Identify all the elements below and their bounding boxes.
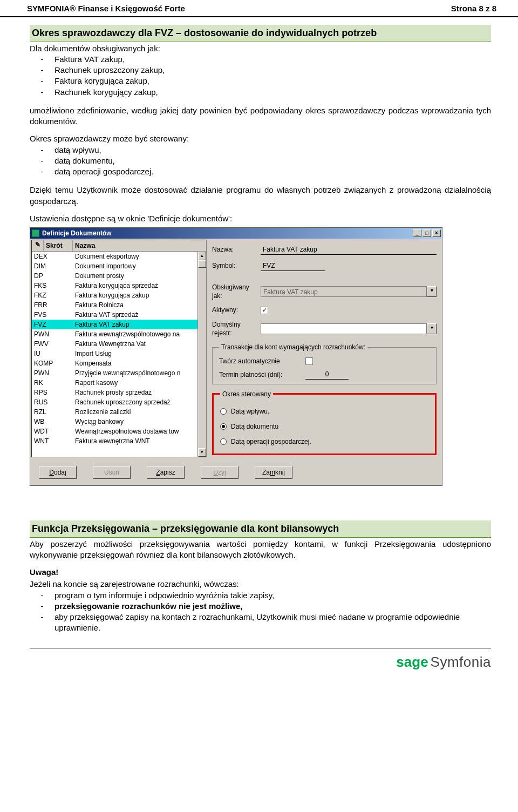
- section1-p3: Dzięki temu Użytkownik może dostosować d…: [30, 185, 491, 207]
- row-short: DP: [32, 271, 73, 281]
- period-legend: Okres sterowany: [220, 390, 273, 398]
- table-row[interactable]: FVSFaktura VAT sprzedaż: [32, 310, 206, 320]
- page-number: Strona 8 z 8: [451, 3, 496, 14]
- maximize-button[interactable]: □: [422, 229, 431, 237]
- scroll-up-icon[interactable]: ▴: [198, 252, 206, 260]
- scroll-down-icon[interactable]: ▾: [198, 448, 206, 457]
- scroll-thumb[interactable]: [198, 260, 206, 268]
- table-row[interactable]: RKRaport kasowy: [32, 378, 206, 388]
- section1-p2intro: Okres sprawozdawczy może być sterowany:: [30, 133, 491, 144]
- defreg-label: Domyślny rejestr:: [212, 320, 261, 337]
- table-row[interactable]: PWNFaktura wewnątrzwspólnotowego na: [32, 329, 206, 339]
- list-item: datą wpływu,: [54, 145, 491, 155]
- radio-icon[interactable]: [220, 408, 227, 415]
- defreg-value[interactable]: [261, 323, 427, 334]
- col-edit-icon[interactable]: ✎: [32, 240, 44, 251]
- app-icon: [32, 229, 39, 237]
- row-name: Dokument eksportowy: [73, 252, 206, 261]
- row-name: Rachunek prosty sprzedaż: [73, 388, 206, 397]
- row-short: WB: [32, 417, 73, 427]
- name-input[interactable]: Faktura VAT zakup: [261, 244, 437, 255]
- vertical-scrollbar[interactable]: ▴ ▾: [197, 252, 206, 457]
- row-short: FKS: [32, 281, 73, 290]
- table-row[interactable]: DEXDokument eksportowy: [32, 252, 206, 261]
- table-row[interactable]: RUSRachunek uproszczony sprzedaż: [32, 397, 206, 407]
- row-short: WNT: [32, 436, 73, 446]
- row-name: Faktura Rolnicza: [73, 300, 206, 310]
- table-row[interactable]: IUImport Usług: [32, 349, 206, 358]
- footer-logo: sage Symfonia: [0, 648, 518, 672]
- section1-p1: umożliwiono zdefiniowanie, według jakiej…: [30, 105, 491, 127]
- row-name: Wewnątrzwspólnotowa dostawa tow: [73, 427, 206, 436]
- sage-logo: sage: [396, 653, 428, 672]
- chevron-down-icon[interactable]: ▾: [427, 286, 437, 297]
- close-window-button[interactable]: Zamknij: [255, 466, 292, 479]
- save-button[interactable]: Zapisz: [147, 466, 185, 479]
- name-label: Nazwa:: [212, 245, 261, 254]
- defreg-combo[interactable]: ▾: [261, 323, 437, 334]
- table-row[interactable]: DPDokument prosty: [32, 271, 206, 281]
- col-nazwa[interactable]: Nazwa: [73, 240, 206, 251]
- table-row[interactable]: FVZFaktura VAT zakup: [32, 320, 206, 329]
- table-row[interactable]: FRRFaktura Rolnicza: [32, 300, 206, 310]
- chevron-down-icon[interactable]: ▾: [427, 323, 437, 334]
- col-skrot[interactable]: Skrót: [44, 240, 73, 251]
- handled-combo[interactable]: Faktura VAT zakup ▾: [261, 286, 437, 297]
- window-title: Definicje Dokumentów: [42, 229, 112, 238]
- minimize-button[interactable]: _: [413, 229, 421, 237]
- section1-p4: Ustawienia dostępne są w oknie 'Definicj…: [30, 213, 491, 224]
- table-row[interactable]: DIMDokument importowy: [32, 261, 206, 271]
- list-item: przeksięgowanie rozrachunków nie jest mo…: [54, 601, 491, 612]
- row-name: Rachunek uproszczony sprzedaż: [73, 397, 206, 407]
- list-item: datą operacji gospodarczej.: [54, 166, 491, 177]
- radio-label: Datą wpływu.: [231, 407, 269, 416]
- list-item: datą dokumentu,: [54, 155, 491, 166]
- list-item: program o tym informuje i odpowiednio wy…: [54, 590, 491, 601]
- radio-label: Datą operacji gospodarczej.: [231, 437, 311, 446]
- list-item: aby przeksięgować zapisy na kontach z ro…: [54, 612, 491, 634]
- table-row[interactable]: RZLRozliczenie zaliczki: [32, 407, 206, 417]
- list-item: Faktura VAT zakup,: [54, 54, 491, 65]
- table-row[interactable]: PWNPrzyjęcie wewnątrzwspólnotowego n: [32, 368, 206, 378]
- row-name: Dokument importowy: [73, 261, 206, 271]
- table-row[interactable]: FKSFaktura korygująca sprzedaż: [32, 281, 206, 290]
- table-row[interactable]: WNTFaktura wewnętrzna WNT: [32, 436, 206, 446]
- use-button[interactable]: Użyj: [201, 466, 238, 479]
- row-name: Rozliczenie zaliczki: [73, 407, 206, 417]
- active-checkbox[interactable]: ✓: [261, 307, 268, 314]
- row-name: Import Usług: [73, 349, 206, 358]
- row-name: Wyciąg bankowy: [73, 417, 206, 427]
- period-group: Okres sterowany Datą wpływu. Datą dokume…: [212, 390, 437, 456]
- row-name: Przyjęcie wewnątrzwspólnotowego n: [73, 368, 206, 378]
- row-name: Faktura VAT sprzedaż: [73, 310, 206, 320]
- warning-label: Uwaga!: [30, 567, 491, 578]
- auto-create-checkbox[interactable]: [305, 357, 313, 365]
- row-short: WDT: [32, 427, 73, 436]
- radio-icon[interactable]: [220, 438, 227, 445]
- term-input[interactable]: 0: [305, 370, 349, 379]
- handled-value: Faktura VAT zakup: [261, 286, 427, 297]
- radio-icon[interactable]: [220, 423, 227, 430]
- table-row[interactable]: WBWyciąg bankowy: [32, 417, 206, 427]
- table-row[interactable]: FKZFaktura korygująca zakup: [32, 290, 206, 300]
- radio-date-inflow[interactable]: Datą wpływu.: [220, 404, 430, 419]
- close-button[interactable]: ×: [432, 229, 441, 237]
- row-short: FVZ: [32, 320, 73, 329]
- table-row[interactable]: RPSRachunek prosty sprzedaż: [32, 388, 206, 397]
- table-row[interactable]: FWVFaktura Wewnętrzna Vat: [32, 339, 206, 349]
- add-button[interactable]: Dodaj: [39, 466, 77, 479]
- product-name: SYMFONIA® Finanse i Księgowość Forte: [27, 3, 185, 14]
- delete-button[interactable]: Usuń: [93, 466, 131, 479]
- table-row[interactable]: WDTWewnątrzwspólnotowa dostawa tow: [32, 427, 206, 436]
- section1-intro: Dla dokumentów obsługiwanych jak:: [30, 43, 491, 54]
- row-short: FWV: [32, 339, 73, 349]
- auto-create-label: Twórz automatycznie: [219, 357, 305, 366]
- row-short: FVS: [32, 310, 73, 320]
- titlebar[interactable]: Definicje Dokumentów _ □ ×: [30, 228, 442, 239]
- table-row[interactable]: KOMPKompensata: [32, 358, 206, 368]
- radio-date-operation[interactable]: Datą operacji gospodarczej.: [220, 434, 430, 449]
- row-name: Faktura VAT zakup: [73, 320, 206, 329]
- symbol-input[interactable]: FVZ: [261, 260, 325, 271]
- radio-date-document[interactable]: Datą dokumentu: [220, 419, 430, 434]
- documents-table[interactable]: ✎ Skrót Nazwa DEXDokument eksportowyDIMD…: [31, 240, 207, 457]
